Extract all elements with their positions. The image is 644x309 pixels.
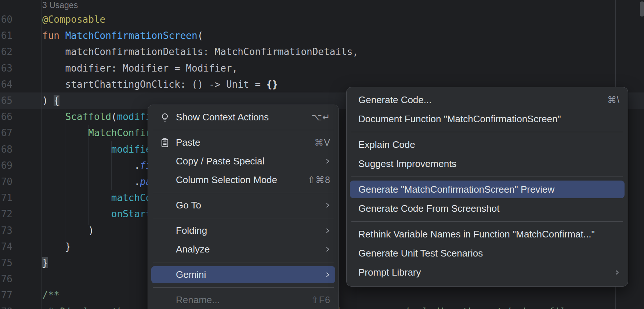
gutter-line-number[interactable]: 78 xyxy=(0,303,12,309)
menu-separator xyxy=(347,128,628,135)
code-line: 63 modifier: Modifier = Modifier, xyxy=(0,60,644,76)
menu-item-label: Document Function "MatchConfirmationScre… xyxy=(358,113,561,125)
code-token: @Composable xyxy=(42,14,105,25)
code-token: startChattingOnClick: () -> Unit = xyxy=(42,79,266,90)
code-token: ) xyxy=(42,95,54,106)
menu-item-folding[interactable]: Folding xyxy=(148,221,339,240)
menu-item-shortcut: ⇧F6 xyxy=(311,295,330,305)
menu-item-paste[interactable]: Paste⌘V xyxy=(148,133,339,152)
code-line-text: matchConfirmationDetails: MatchConfirmat… xyxy=(42,44,358,60)
code-line: 60@Composable xyxy=(0,11,644,28)
menu-item-label: Analyze xyxy=(176,244,210,255)
menu-item-go-to[interactable]: Go To xyxy=(148,196,339,215)
menu-item-shortcut: ⌘\ xyxy=(607,95,620,105)
gutter-line-number[interactable]: 72 xyxy=(0,206,12,222)
gutter-line-number[interactable]: 62 xyxy=(0,44,12,60)
menu-item-generate-code[interactable]: Generate Code...⌘\ xyxy=(347,90,628,109)
menu-item-icon-placeholder xyxy=(159,294,171,306)
gutter-line-number[interactable]: 64 xyxy=(0,76,12,92)
code-token: } xyxy=(42,241,71,252)
gutter-line-number[interactable]: 75 xyxy=(0,255,12,271)
gutter-line-number[interactable]: 76 xyxy=(0,271,12,287)
gutter-line-number[interactable]: 74 xyxy=(0,239,12,255)
menu-item-label: Explain Code xyxy=(358,139,415,150)
code-token: MatchConfirmationScreen xyxy=(65,30,198,41)
code-token: /** xyxy=(42,290,59,301)
gutter-line-number[interactable]: 69 xyxy=(0,157,12,174)
menu-item-icon-placeholder xyxy=(159,200,171,211)
gutter-line-number[interactable]: 68 xyxy=(0,141,12,157)
code-line-text: } xyxy=(42,239,71,255)
menu-separator xyxy=(148,189,339,196)
gutter-line-number[interactable]: 63 xyxy=(0,60,12,76)
gutter-line-number[interactable]: 60 xyxy=(0,11,12,28)
code-token: . xyxy=(42,176,140,187)
menu-item-label: Gemini xyxy=(176,269,206,280)
menu-item-gemini[interactable]: Gemini xyxy=(148,265,339,284)
clipboard-icon xyxy=(159,137,171,149)
code-line-text: startChattingOnClick: () -> Unit = {} xyxy=(42,76,278,92)
code-line-text: * Displays the main content of the match… xyxy=(42,303,640,309)
menu-item-explain-code[interactable]: Explain Code xyxy=(347,135,628,154)
menu-item-label: Generate Code... xyxy=(358,94,431,106)
code-line-text: /** xyxy=(42,287,59,303)
gutter-line-number[interactable]: 70 xyxy=(0,174,12,190)
code-token: modifier: Modifier = Modifier, xyxy=(42,63,238,74)
menu-separator xyxy=(347,218,628,225)
code-token: ( xyxy=(111,111,117,122)
code-token xyxy=(42,127,88,138)
menu-item-column-selection-mode[interactable]: Column Selection Mode⇧⌘8 xyxy=(148,171,339,189)
gutter-line-number[interactable]: 77 xyxy=(0,287,12,303)
gutter-line-number[interactable]: 65 xyxy=(0,92,12,109)
menu-separator xyxy=(148,284,339,291)
menu-item-icon-placeholder xyxy=(159,244,171,255)
code-token: } xyxy=(42,257,48,268)
gutter-line-number[interactable]: 67 xyxy=(0,125,12,141)
menu-item-label: Suggest Improvements xyxy=(358,158,456,170)
submenu-chevron-icon xyxy=(325,159,330,164)
menu-separator xyxy=(347,173,628,180)
menu-item-analyze[interactable]: Analyze xyxy=(148,240,339,259)
code-token: . xyxy=(42,160,140,171)
menu-item-copy-paste-special[interactable]: Copy / Paste Special xyxy=(148,152,339,171)
gutter-line-number[interactable]: 66 xyxy=(0,109,12,125)
menu-item-label: Rename... xyxy=(176,294,220,306)
code-token: Scaffold xyxy=(65,111,111,122)
menu-item-label: Prompt Library xyxy=(358,267,421,278)
code-token: fun xyxy=(42,30,65,41)
menu-item-prompt-library[interactable]: Prompt Library xyxy=(347,263,628,282)
menu-item-rename[interactable]: Rename...⇧F6 xyxy=(148,291,339,309)
menu-item-document-function[interactable]: Document Function "MatchConfirmationScre… xyxy=(347,109,628,128)
code-token: {} xyxy=(266,79,278,90)
code-token xyxy=(42,192,111,203)
gemini-submenu: Generate Code...⌘\Document Function "Mat… xyxy=(346,87,628,287)
submenu-chevron-icon xyxy=(325,272,330,277)
code-line-text: ) { xyxy=(42,92,59,109)
menu-item-label: Paste xyxy=(176,137,200,148)
lightbulb-icon xyxy=(159,112,171,123)
menu-item-shortcut: ⇧⌘8 xyxy=(307,175,330,185)
context-menu: Show Context Actions⌥↵Paste⌘VCopy / Past… xyxy=(148,105,339,309)
gutter-line-number[interactable]: 71 xyxy=(0,190,12,206)
menu-separator xyxy=(148,127,339,133)
menu-item-icon-placeholder xyxy=(159,174,171,186)
menu-item-show-context-actions[interactable]: Show Context Actions⌥↵ xyxy=(148,108,339,127)
menu-item-label: Column Selection Mode xyxy=(176,174,277,186)
menu-item-generate-preview[interactable]: Generate "MatchConfirmationScreen" Previ… xyxy=(347,180,628,199)
code-token: { xyxy=(54,95,59,106)
menu-item-generate-unit-test-scenarios[interactable]: Generate Unit Test Scenarios xyxy=(347,244,628,263)
menu-item-suggest-improvements[interactable]: Suggest Improvements xyxy=(347,154,628,173)
usages-inlay-hint[interactable]: 3 Usages xyxy=(42,0,78,10)
code-line-text: ) xyxy=(42,222,94,239)
scrollbar-thumb[interactable] xyxy=(640,1,644,17)
menu-item-icon-placeholder xyxy=(159,156,171,167)
gutter-line-number[interactable]: 73 xyxy=(0,222,12,239)
menu-separator xyxy=(148,215,339,221)
submenu-chevron-icon xyxy=(614,270,620,275)
gutter-line-number[interactable]: 61 xyxy=(0,28,12,44)
menu-item-generate-code-from-screenshot[interactable]: Generate Code From Screenshot xyxy=(347,199,628,218)
menu-item-shortcut: ⌘V xyxy=(314,137,330,148)
menu-item-label: Generate Code From Screenshot xyxy=(358,203,499,214)
menu-item-label: Copy / Paste Special xyxy=(176,156,264,167)
menu-item-rethink-variable-names[interactable]: Rethink Variable Names in Function "Matc… xyxy=(347,225,628,244)
